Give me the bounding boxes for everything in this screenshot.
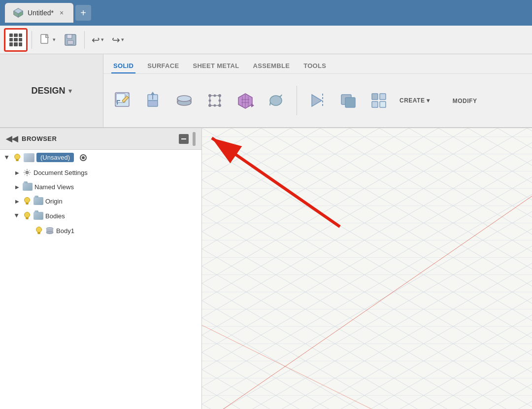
toolbar: ▾ ↩ ▾ ↪ ▾ xyxy=(0,26,532,54)
svg-point-18 xyxy=(177,96,191,102)
tree-item-body1[interactable]: ▶ Body1 xyxy=(0,223,201,238)
ribbon-separator xyxy=(297,86,297,115)
svg-point-25 xyxy=(218,104,221,107)
folder-icon-origin xyxy=(33,197,43,205)
mirror-button[interactable] xyxy=(304,89,332,112)
extrude-icon xyxy=(144,91,164,110)
toolbar-separator-2 xyxy=(84,31,85,49)
app-container: Untitled* × + ▾ xyxy=(0,0,532,409)
svg-rect-13 xyxy=(148,101,158,106)
tree-item-origin[interactable]: ▶ Origin xyxy=(0,194,201,208)
tab-sheet-metal[interactable]: SHEET METAL xyxy=(191,58,241,73)
expand-arrow-origin: ▶ xyxy=(14,198,21,204)
tab-assemble[interactable]: ASSEMBLE xyxy=(251,58,292,73)
svg-rect-49 xyxy=(16,160,19,161)
mirror-icon xyxy=(308,91,328,110)
expand-arrow-doc-settings: ▶ xyxy=(14,169,21,176)
create-sketch-button[interactable] xyxy=(109,89,137,112)
freeform-button[interactable] xyxy=(262,89,290,112)
save-button[interactable] xyxy=(61,31,80,49)
content-row: ◀◀ BROWSER ▶ xyxy=(0,128,532,409)
browser-minimize-button[interactable] xyxy=(179,134,189,144)
tree-item-named-views[interactable]: ▶ Named Views xyxy=(0,180,201,194)
redo-button[interactable]: ↪ ▾ xyxy=(109,32,127,48)
toolbar-separator-1 xyxy=(32,31,32,49)
cube-icon xyxy=(13,7,24,18)
unsaved-label: (Unsaved) xyxy=(36,153,74,162)
tree-item-document-settings[interactable]: ▶ Document Settings xyxy=(0,165,201,180)
svg-rect-57 xyxy=(26,218,29,219)
extrude-button[interactable] xyxy=(140,89,167,112)
ribbon-area: DESIGN ▾ SOLID SURFACE SHEET METAL ASSEM… xyxy=(0,54,532,128)
redo-icon: ↪ xyxy=(112,34,120,46)
new-file-button[interactable]: ▾ xyxy=(36,32,59,48)
svg-point-47 xyxy=(15,154,20,159)
svg-marker-16 xyxy=(151,92,155,95)
tab-surface[interactable]: SURFACE xyxy=(145,58,181,73)
browser-collapse-button[interactable]: ◀◀ xyxy=(6,134,18,143)
document-tab[interactable]: Untitled* × xyxy=(5,3,73,23)
save-icon xyxy=(64,33,77,47)
freeform-icon xyxy=(266,91,286,110)
svg-point-27 xyxy=(214,104,216,107)
svg-point-37 xyxy=(270,96,282,105)
gear-icon xyxy=(23,168,32,177)
svg-rect-46 xyxy=(181,138,186,139)
modify-section: MODIFY xyxy=(453,96,477,105)
folder-icon-unsaved xyxy=(24,153,34,162)
svg-rect-8 xyxy=(67,40,73,44)
bulb-icon-origin xyxy=(24,197,31,205)
tree-item-bodies[interactable]: ▶ Bodies xyxy=(0,208,201,223)
svg-point-29 xyxy=(219,100,221,102)
tab-close-button[interactable]: × xyxy=(58,8,66,18)
expand-arrow-named-views: ▶ xyxy=(14,183,21,190)
bulb-origin xyxy=(23,197,32,205)
radio-unsaved[interactable] xyxy=(80,154,87,161)
modify-label: MODIFY xyxy=(453,98,477,104)
revolve-icon xyxy=(174,91,194,110)
grid-button[interactable] xyxy=(4,28,28,52)
svg-rect-41 xyxy=(345,98,355,107)
browser-header: ◀◀ BROWSER xyxy=(0,128,201,150)
svg-rect-60 xyxy=(38,233,40,234)
svg-point-24 xyxy=(208,104,211,107)
svg-point-51 xyxy=(26,171,28,173)
document-settings-label: Document Settings xyxy=(33,169,88,176)
folder-icon-named-views xyxy=(23,183,33,191)
ribbon-content: CREATE ▾ MODIFY xyxy=(103,74,532,127)
svg-rect-43 xyxy=(380,94,386,100)
bulb-unsaved xyxy=(13,153,22,162)
new-file-dropdown[interactable]: ▾ xyxy=(53,36,56,43)
scale-button[interactable] xyxy=(201,89,229,112)
create-section: CREATE ▾ xyxy=(399,97,430,104)
canvas-area[interactable] xyxy=(202,128,532,409)
cylinder-svg xyxy=(45,226,54,235)
new-tab-button[interactable]: + xyxy=(75,5,91,21)
svg-rect-53 xyxy=(26,203,29,204)
cylinder-icon-body1 xyxy=(45,226,54,235)
expand-arrow-bodies: ▶ xyxy=(14,212,21,219)
design-text: DESIGN xyxy=(31,86,65,96)
svg-point-58 xyxy=(36,227,42,233)
svg-point-23 xyxy=(218,94,221,97)
undo-button[interactable]: ↩ ▾ xyxy=(89,32,107,48)
mesh-button[interactable] xyxy=(232,89,259,112)
tab-solid[interactable]: SOLID xyxy=(111,58,135,73)
tree-item-root[interactable]: ▶ (Unsaved) xyxy=(0,150,201,165)
iso-grid-background xyxy=(202,128,532,409)
design-panel: DESIGN ▾ xyxy=(0,54,103,127)
svg-rect-7 xyxy=(67,34,72,38)
new-file-icon xyxy=(39,34,52,46)
body1-label: Body1 xyxy=(56,227,74,235)
scale-icon xyxy=(205,91,225,110)
tab-tools[interactable]: TOOLS xyxy=(301,58,328,73)
bulb-icon-bodies xyxy=(24,211,31,220)
expand-arrow-root: ▶ xyxy=(4,154,11,161)
design-dropdown-arrow[interactable]: ▾ xyxy=(68,87,72,95)
create-label: CREATE ▾ xyxy=(399,97,430,104)
bodies-label: Bodies xyxy=(45,212,65,220)
revolve-button[interactable] xyxy=(170,89,198,112)
combine-button[interactable] xyxy=(334,89,362,112)
browser-drag-handle[interactable] xyxy=(193,132,196,146)
pattern-button[interactable] xyxy=(365,89,393,112)
